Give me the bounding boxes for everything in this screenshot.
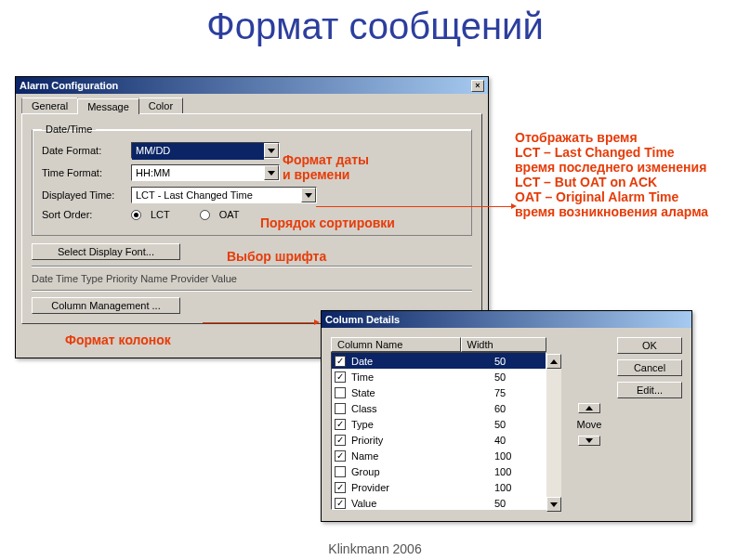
column-width-cell: 50: [494, 371, 546, 383]
annotation-displayed-time: Отображать время LCT – Last Changed Time…: [515, 130, 708, 219]
chevron-down-icon[interactable]: [264, 165, 279, 180]
radio-lct-label: LCT: [151, 209, 170, 220]
column-name-cell: State: [349, 387, 494, 398]
checkbox[interactable]: [335, 403, 346, 414]
column-details-title: Column Details: [325, 311, 400, 328]
checkbox[interactable]: ✓: [335, 498, 346, 509]
sample-columns-text: Date Time Type Priority Name Provider Va…: [32, 273, 472, 284]
column-name-cell: Provider: [349, 482, 494, 493]
checkbox[interactable]: ✓: [335, 482, 346, 493]
header-width[interactable]: Width: [461, 337, 546, 352]
column-name-cell: Group: [349, 466, 494, 477]
chevron-down-icon[interactable]: [301, 188, 316, 202]
list-item[interactable]: ✓Priority40: [332, 432, 546, 448]
radio-lct[interactable]: [131, 210, 141, 220]
label-displayed-time: Displayed Time:: [42, 189, 125, 201]
combo-displayed-time[interactable]: LCT - Last Changed Time: [131, 187, 317, 203]
column-width-cell: 50: [494, 356, 546, 367]
column-name-cell: Value: [349, 498, 494, 509]
slide-footer: Klinkmann 2006: [0, 541, 750, 556]
chevron-down-icon[interactable]: [264, 143, 279, 158]
column-width-cell: 50: [494, 498, 546, 509]
scroll-track[interactable]: [546, 369, 561, 497]
list-item[interactable]: ✓Date50: [332, 353, 546, 369]
column-width-cell: 100: [494, 450, 546, 462]
column-width-cell: 60: [494, 403, 546, 414]
separator: [32, 290, 472, 292]
tab-general[interactable]: General: [21, 98, 78, 113]
column-name-cell: Name: [349, 450, 494, 462]
list-item[interactable]: ✓Name100: [332, 448, 546, 463]
list-item[interactable]: ✓Type50: [332, 416, 546, 432]
column-width-cell: 100: [494, 466, 546, 477]
column-ok-button[interactable]: OK: [617, 337, 682, 354]
scroll-up-icon[interactable]: [546, 354, 561, 369]
column-management-button[interactable]: Column Management ...: [32, 297, 180, 314]
move-down-button[interactable]: [578, 436, 600, 446]
combo-time-format[interactable]: HH:MM: [131, 164, 280, 181]
column-width-cell: 100: [494, 482, 546, 493]
group-date-time: Date/Time Date Format: MM/DD Time Format…: [32, 124, 472, 236]
combo-time-format-value: HH:MM: [132, 165, 264, 182]
tab-color[interactable]: Color: [138, 98, 183, 113]
column-details-window: Column Details Column Name Width ✓Date50…: [321, 310, 692, 522]
close-icon[interactable]: ×: [471, 80, 484, 92]
move-label: Move: [577, 419, 602, 430]
checkbox[interactable]: ✓: [335, 419, 346, 430]
alarm-config-titlebar: Alarm Configuration ×: [16, 77, 488, 94]
label-time-format: Time Format:: [42, 167, 125, 178]
combo-date-format[interactable]: MM/DD: [131, 142, 280, 159]
move-up-button[interactable]: [578, 403, 600, 413]
checkbox[interactable]: ✓: [335, 371, 346, 383]
combo-date-format-value: MM/DD: [132, 143, 264, 160]
checkbox[interactable]: ✓: [335, 435, 346, 446]
tab-message[interactable]: Message: [77, 98, 139, 114]
checkbox[interactable]: [335, 466, 346, 477]
slide-title: Формат сообщений: [0, 0, 750, 47]
column-name-cell: Time: [349, 371, 494, 383]
checkbox[interactable]: ✓: [335, 356, 346, 367]
column-details-titlebar: Column Details: [322, 311, 691, 328]
checkbox[interactable]: ✓: [335, 450, 346, 462]
header-column-name[interactable]: Column Name: [331, 337, 461, 352]
column-cancel-button[interactable]: Cancel: [617, 359, 682, 376]
group-date-time-legend: Date/Time: [42, 124, 96, 135]
column-width-cell: 50: [494, 419, 546, 430]
tabstrip: General Message Color: [16, 94, 488, 113]
list-item[interactable]: Class60: [332, 400, 546, 416]
column-width-cell: 40: [494, 435, 546, 446]
checkbox[interactable]: [335, 387, 346, 398]
list-item[interactable]: ✓Value50: [332, 495, 546, 510]
alarm-config-title: Alarm Configuration: [20, 77, 118, 94]
label-date-format: Date Format:: [42, 145, 125, 156]
tab-panel-message: Date/Time Date Format: MM/DD Time Format…: [21, 113, 482, 324]
column-list[interactable]: ✓Date50✓Time50State75Class60✓Type50✓Prio…: [331, 352, 546, 510]
column-edit-button[interactable]: Edit...: [617, 382, 682, 398]
column-name-cell: Class: [349, 403, 494, 414]
column-list-header: Column Name Width: [331, 337, 546, 352]
column-name-cell: Type: [349, 419, 494, 430]
combo-displayed-time-value: LCT - Last Changed Time: [132, 188, 301, 204]
list-item[interactable]: Group100: [332, 463, 546, 479]
scroll-down-icon[interactable]: [546, 497, 561, 512]
column-name-cell: Priority: [349, 435, 494, 446]
column-name-cell: Date: [349, 356, 494, 367]
radio-oat[interactable]: [200, 210, 210, 220]
list-item[interactable]: ✓Time50: [332, 369, 546, 384]
radio-oat-label: OAT: [219, 209, 240, 220]
scrollbar-vertical[interactable]: [546, 354, 561, 512]
list-item[interactable]: State75: [332, 384, 546, 400]
column-width-cell: 75: [494, 387, 546, 398]
label-sort-order: Sort Order:: [42, 209, 125, 220]
select-display-font-button[interactable]: Select Display Font...: [32, 243, 180, 260]
separator: [32, 266, 472, 267]
list-item[interactable]: ✓Provider100: [332, 479, 546, 495]
